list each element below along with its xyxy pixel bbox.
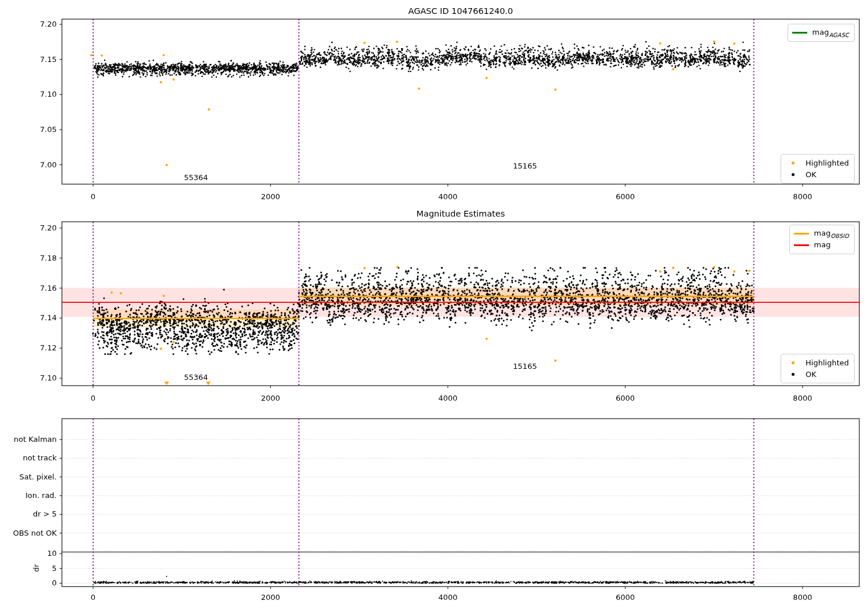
legend-row-mag-agasc: magAGASC — [792, 27, 849, 38]
legend-markers-top: Highlighted OK — [781, 154, 855, 184]
legend-label: magOBSID — [814, 229, 849, 239]
y-tick-label: 7.18 — [23, 253, 57, 263]
x-tick-label: 4000 — [425, 192, 471, 202]
legend-row-ok: OK — [785, 369, 849, 380]
y-tick-label: 7.20 — [23, 223, 57, 233]
x-tick-label: 0 — [70, 393, 116, 404]
legend-mag-agasc: magAGASC — [788, 24, 855, 42]
figure: AGASC ID 1047661240.0 Magnitude Estimate… — [0, 0, 868, 608]
legend-row-ok: OK — [785, 169, 849, 180]
flag-label: Ion. rad. — [0, 490, 57, 501]
legend-markers-middle: Highlighted OK — [781, 354, 855, 383]
dr-axis-label: dr — [31, 559, 42, 577]
mag-obsid-line-sample — [794, 233, 809, 235]
legend-label: mag — [814, 240, 831, 251]
flag-label: OBS not OK — [0, 528, 57, 539]
x-tick-label: 6000 — [602, 592, 648, 603]
x-tick-label: 6000 — [602, 393, 648, 404]
chart1-title: AGASC ID 1047661240.0 — [409, 6, 513, 16]
x-tick-label: 4000 — [425, 592, 471, 603]
x-tick-label: 2000 — [247, 393, 293, 404]
legend-row-mag-obsid: magOBSID — [794, 228, 849, 239]
y-tick-label: 7.05 — [23, 124, 57, 135]
y-tick-label: 7.16 — [23, 283, 57, 294]
x-tick-label: 2000 — [247, 592, 293, 603]
legend-label: OK — [806, 370, 816, 379]
annotation-obsid: 15165 — [499, 161, 551, 171]
y-tick-label: 7.15 — [23, 54, 57, 65]
legend-label: magAGASC — [812, 28, 849, 38]
legend-mag-estimates: magOBSID mag — [789, 225, 855, 254]
x-tick-label: 0 — [70, 592, 116, 603]
highlighted-dot-icon — [785, 162, 800, 164]
mag-agasc-line-sample — [792, 32, 807, 34]
y-tick-label: 7.10 — [23, 89, 57, 100]
x-tick-label: 8000 — [779, 592, 826, 603]
x-tick-label: 4000 — [425, 393, 471, 404]
x-tick-label: 2000 — [247, 192, 293, 202]
dr-tick-label: 10 — [23, 548, 57, 559]
flag-label: not track — [0, 453, 57, 463]
mag-line-sample — [794, 244, 809, 246]
chart2-title: Magnitude Estimates — [416, 209, 505, 218]
y-tick-label: 7.00 — [23, 160, 57, 170]
legend-row-highlighted: Highlighted — [785, 158, 849, 169]
y-tick-label: 7.10 — [23, 373, 57, 383]
ok-dot-icon — [785, 373, 800, 376]
x-tick-label: 6000 — [602, 192, 648, 202]
flag-label: not Kalman — [0, 434, 57, 445]
legend-label: OK — [806, 170, 816, 179]
y-tick-label: 7.12 — [23, 343, 57, 353]
legend-label: Highlighted — [806, 159, 849, 167]
ok-dot-icon — [785, 173, 800, 176]
dr-tick-label: 0 — [23, 578, 57, 588]
highlighted-dot-icon — [785, 361, 800, 364]
legend-label: Highlighted — [806, 358, 849, 367]
annotation-obsid: 15165 — [499, 361, 551, 372]
x-tick-label: 8000 — [779, 192, 826, 202]
x-tick-label: 8000 — [779, 393, 826, 404]
flag-label: Sat. pixel. — [0, 472, 57, 482]
annotation-obsid: 55364 — [170, 173, 222, 183]
legend-row-highlighted: Highlighted — [785, 357, 849, 368]
y-tick-label: 7.14 — [23, 313, 57, 323]
legend-row-mag: mag — [794, 240, 849, 251]
flag-label: dr > 5 — [0, 509, 57, 519]
annotation-obsid: 55364 — [170, 372, 222, 383]
chart-canvas — [0, 0, 868, 608]
x-tick-label: 0 — [70, 192, 116, 202]
y-tick-label: 7.20 — [23, 19, 57, 30]
